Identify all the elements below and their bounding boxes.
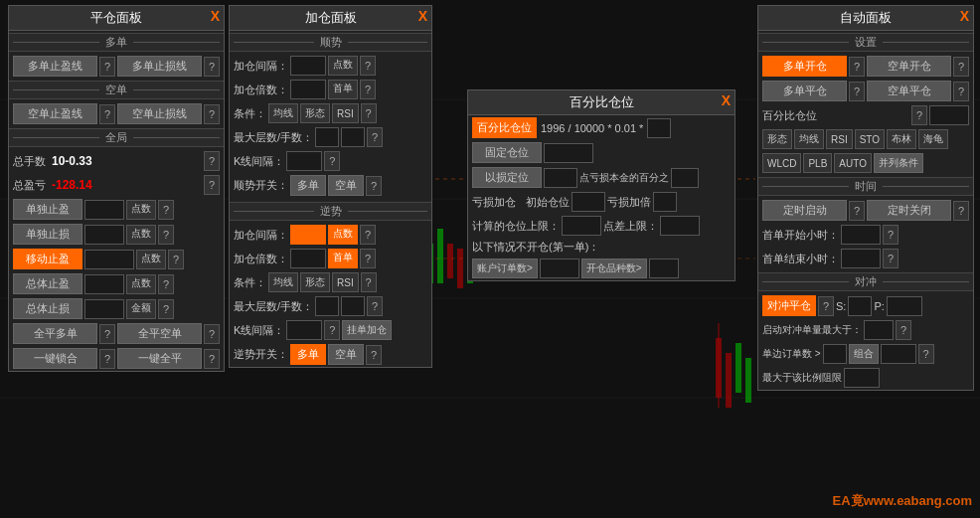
input-zuhe[interactable]: 0.28 (881, 344, 916, 364)
unit-yidong[interactable]: 点数 (136, 250, 166, 269)
btn-rsi-ni[interactable]: RSI (332, 272, 359, 292)
question-shouchan-jieshu[interactable]: ? (883, 249, 898, 268)
btn-nishi-duo[interactable]: 多单 (290, 344, 326, 365)
input-multiplier[interactable]: 3 (647, 118, 671, 138)
question-kong-zhiying[interactable]: ? (99, 104, 115, 124)
input-danbian[interactable]: 88 (823, 344, 847, 364)
question-kong-kaicang[interactable]: ? (953, 57, 969, 77)
panel-percent-close[interactable]: X (722, 92, 731, 108)
input-kxian-shun[interactable]: 0 (286, 151, 322, 171)
question-duo-kaicang[interactable]: ? (849, 57, 865, 77)
input-p[interactable]: 300 (887, 296, 922, 316)
input-yidong[interactable]: 300*100 (84, 250, 134, 269)
question-kong-ping[interactable]: ? (953, 82, 969, 101)
btn-guajia[interactable]: 挂单加仓 (342, 320, 392, 340)
question-kong-zhisun[interactable]: ? (204, 104, 220, 124)
question-jiajian-shun[interactable]: ? (360, 56, 376, 76)
input-zongti-zhisun[interactable]: 100 (84, 299, 124, 319)
question-quanping-duo[interactable]: ? (99, 324, 115, 344)
question-yijian-suohe[interactable]: ? (99, 349, 115, 369)
panel-jiacao-close[interactable]: X (418, 8, 427, 24)
btn-binglie[interactable]: 并列条件 (874, 153, 923, 173)
btn-gudingcangwei[interactable]: 固定仓位 (472, 142, 542, 163)
question-zuhe[interactable]: ? (918, 344, 934, 364)
btn-shunshi-kong[interactable]: 空单 (328, 175, 364, 196)
question-jiabei-ni[interactable]: ? (360, 249, 376, 268)
btn-pinzhong[interactable]: 开仓品种数> (581, 259, 647, 278)
question-kxian-shun[interactable]: ? (324, 151, 340, 171)
btn-danzhi-zhiying[interactable]: 单独止盈 (13, 199, 82, 220)
panel-pingcang-close[interactable]: X (211, 8, 220, 24)
input-maxceng-shun[interactable]: 9 (315, 127, 339, 147)
btn-plb[interactable]: PLB (803, 153, 832, 173)
btn-duo-zhiying[interactable]: 多单止盈线 (13, 56, 97, 77)
btn-xingzhuang-auto[interactable]: 形态 (762, 129, 792, 149)
question-kaiguan-shun[interactable]: ? (366, 176, 382, 196)
question-quanping-kong[interactable]: ? (204, 324, 220, 344)
btn-sto-auto[interactable]: STO (855, 129, 885, 149)
btn-junxian-shun[interactable]: 均线 (268, 103, 298, 123)
unit-jiabei-shun[interactable]: 首单 (328, 80, 358, 99)
btn-nishi-kong[interactable]: 空单 (328, 344, 364, 365)
input-dianchashangxian[interactable]: 8888 (660, 216, 700, 236)
input-kxian-ni[interactable]: 0 (286, 320, 322, 340)
question-zongsunyi[interactable]: ? (204, 175, 220, 195)
input-danzhi-zhisun[interactable]: 100 (84, 225, 124, 245)
input-maxshu-shun[interactable]: 2 (341, 127, 365, 147)
question-kaiguan-ni[interactable]: ? (366, 345, 382, 365)
input-shouchan-kaishi[interactable]: 0 (841, 225, 881, 245)
unit-zongti-zhiying[interactable]: 点数 (126, 274, 156, 294)
question-dingshi-guanbi[interactable]: ? (953, 201, 969, 221)
panel-auto-close[interactable]: X (960, 8, 969, 24)
input-gudingcangwei[interactable]: 0.01 (544, 143, 593, 163)
input-zongti-zhiying[interactable] (84, 274, 124, 294)
btn-quanping-duo[interactable]: 全平多单 (13, 323, 97, 344)
btn-zuhe[interactable]: 组合 (849, 344, 879, 364)
btn-zhanghu[interactable]: 账户订单数> (472, 259, 538, 278)
btn-dingshi-qidong[interactable]: 定时启动 (762, 200, 847, 221)
unit-jiabei-ni[interactable]: 首单 (328, 249, 358, 268)
btn-quanping-kong[interactable]: 全平空单 (117, 323, 202, 344)
input-baifenbi-auto[interactable]: 0.01 (929, 105, 969, 125)
btn-duichong-ping[interactable]: 对冲平仓 (762, 295, 816, 316)
question-maxceng-shun[interactable]: ? (367, 127, 383, 147)
btn-auto-strat[interactable]: AUTO (834, 153, 872, 173)
btn-kong-zhiying[interactable]: 空单止盈线 (13, 103, 97, 124)
question-jiabei-shun[interactable]: ? (360, 80, 376, 99)
question-duo-zhisun[interactable]: ? (204, 57, 220, 77)
btn-yijian-suohe[interactable]: 一键锁合 (13, 348, 97, 369)
input-jiajian-ni[interactable]: 150 (290, 225, 326, 245)
btn-dingshi-guanbi[interactable]: 定时关闭 (867, 200, 951, 221)
btn-baifenbi[interactable]: 百分比仓位 (472, 117, 537, 138)
btn-wlcd[interactable]: WLCD (762, 153, 801, 173)
btn-danzhi-zhisun[interactable]: 单独止损 (13, 224, 82, 245)
input-maxshu-ni[interactable]: 2 (341, 296, 365, 316)
question-kxian-ni[interactable]: ? (324, 320, 340, 340)
input-chushi[interactable]: 0.1 (572, 192, 605, 212)
input-jiabei-shun[interactable]: 1.3 (290, 80, 326, 99)
btn-yidong[interactable]: 移动止盈 (13, 249, 82, 269)
btn-junxian-ni[interactable]: 均线 (268, 272, 298, 292)
btn-rsi-auto[interactable]: RSI (826, 129, 853, 149)
question-maxceng-ni[interactable]: ? (367, 296, 383, 316)
question-zongti-zhisun[interactable]: ? (158, 299, 174, 319)
question-tiaojian-shun[interactable]: ? (361, 103, 377, 123)
question-zongti-zhiying[interactable]: ? (158, 274, 174, 294)
question-tiaojian-ni[interactable]: ? (361, 272, 377, 292)
btn-bulin-auto[interactable]: 布林 (887, 129, 916, 149)
btn-zongti-zhisun[interactable]: 总体止损 (13, 298, 82, 319)
question-duichong-ping[interactable]: ? (818, 296, 834, 316)
unit-zongti-zhisun[interactable]: 金额 (126, 299, 156, 319)
question-baifenbi-auto[interactable]: ? (911, 105, 927, 125)
question-zongheshu[interactable]: ? (204, 151, 220, 171)
unit-danzhi-zhisun[interactable]: 点数 (126, 225, 156, 245)
question-danzhi-zhisun[interactable]: ? (158, 225, 174, 245)
input-shouchan-jieshu[interactable]: 24 (841, 249, 881, 268)
btn-junxian-auto[interactable]: 均线 (794, 129, 824, 149)
btn-zongti-zhiying[interactable]: 总体止盈 (13, 273, 82, 294)
btn-xingzhuang-shun[interactable]: 形态 (300, 103, 330, 123)
question-qidong-duichong[interactable]: ? (896, 320, 911, 340)
question-dingshi-qidong[interactable]: ? (849, 201, 865, 221)
btn-duo-ping[interactable]: 多单平仓 (762, 81, 847, 101)
input-qidong-duichong[interactable]: 1 (864, 320, 894, 340)
